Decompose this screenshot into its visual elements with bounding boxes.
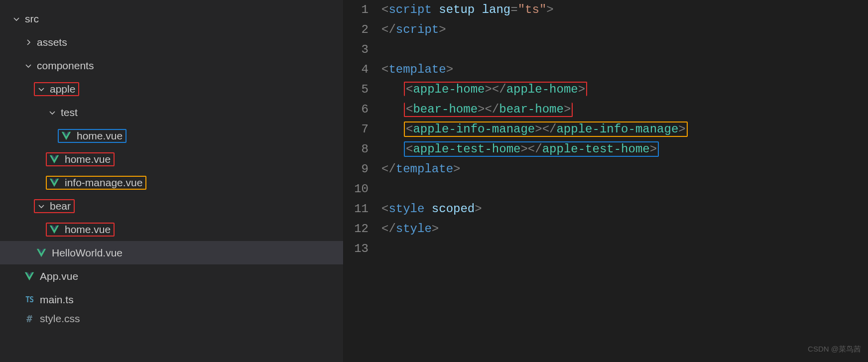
highlight-red: <apple-home></apple-home> [404,82,587,96]
tree-item-label: home.vue [65,224,111,236]
code-line-11: 11<style scoped> [344,199,868,219]
line-number: 3 [344,40,381,60]
folder-src[interactable]: src [0,7,343,30]
tree-item-label: HelloWorld.vue [52,247,123,259]
highlight-blue: <apple-test-home></apple-test-home> [404,141,659,157]
folder-assets[interactable]: assets [0,30,343,54]
vue-icon [24,271,35,282]
watermark: CSDN @菜鸟茜 [808,339,861,359]
tree-item-label: src [25,13,39,25]
code-line-4: 4<template> [344,60,868,80]
vue-icon [61,130,72,141]
tree-item-label: bear [50,200,71,212]
chevron-right-icon[interactable] [24,38,33,47]
line-number: 11 [344,199,381,219]
file-home-vue[interactable]: home.vue [0,218,343,241]
chevron-down-icon[interactable] [12,14,21,23]
file-explorer[interactable]: srcassetscomponentsappletesthome.vuehome… [0,0,344,362]
file-info-manage-vue[interactable]: info-manage.vue [0,171,343,194]
vue-icon [49,177,60,188]
chevron-down-icon[interactable] [48,108,57,117]
chevron-down-icon[interactable] [37,202,46,211]
file-App-vue[interactable]: App.vue [0,264,343,288]
line-number: 13 [344,239,381,259]
file-main-ts[interactable]: TSmain.ts [0,288,343,311]
highlight-red: <bear-home></bear-home> [404,103,573,117]
tree-item-label: info-manage.vue [65,177,142,189]
code-line-1: 1<script setup lang="ts"> [344,0,868,20]
code-line-10: 10 [344,179,868,199]
line-number: 2 [344,20,381,40]
tree-item-label: App.vue [40,270,78,282]
folder-apple[interactable]: apple [0,77,343,101]
vue-icon [36,247,47,258]
code-line-5: 5<apple-home></apple-home> [344,80,868,100]
line-number: 6 [344,100,381,120]
folder-bear[interactable]: bear [0,194,343,218]
vue-icon [49,154,60,165]
hash-icon: # [24,313,35,324]
line-number: 7 [344,120,381,139]
line-number: 1 [344,0,381,20]
line-number: 4 [344,60,381,80]
code-line-12: 12</style> [344,219,868,239]
tree-item-label: home.vue [65,153,111,165]
code-line-8: 8<apple-test-home></apple-test-home> [344,139,868,159]
file-style-css[interactable]: #style.css [0,311,343,326]
tree-item-label: components [37,60,94,72]
folder-components[interactable]: components [0,54,343,77]
folder-test[interactable]: test [0,101,343,124]
tree-item-label: test [61,107,78,119]
highlight-yellow: <apple-info-manage></apple-info-manage> [404,121,688,137]
line-number: 5 [344,80,381,100]
file-HelloWorld-vue[interactable]: HelloWorld.vue [0,241,343,264]
code-line-6: 6<bear-home></bear-home> [344,100,868,120]
tree-item-label: main.ts [40,294,74,306]
line-number: 9 [344,159,381,179]
chevron-down-icon[interactable] [24,61,33,70]
tree-item-label: apple [50,83,75,95]
code-line-9: 9</template> [344,159,868,179]
line-number: 10 [344,179,381,199]
file-home-vue[interactable]: home.vue [0,147,343,171]
line-number: 8 [344,139,381,159]
tree-item-label: style.css [40,313,80,325]
line-number: 12 [344,219,381,239]
ts-icon: TS [24,294,35,305]
tree-item-label: assets [37,36,67,48]
code-line-2: 2</script> [344,20,868,40]
vue-icon [49,224,60,235]
code-line-7: 7<apple-info-manage></apple-info-manage> [344,120,868,139]
code-editor[interactable]: 1<script setup lang="ts">2</script>34<te… [344,0,868,362]
code-line-3: 3 [344,40,868,60]
code-line-13: 13 [344,239,868,259]
file-home-vue[interactable]: home.vue [0,124,343,147]
code-area: 1<script setup lang="ts">2</script>34<te… [344,0,868,259]
chevron-down-icon[interactable] [37,85,46,94]
file-tree[interactable]: srcassetscomponentsappletesthome.vuehome… [0,7,343,326]
tree-item-label: home.vue [77,130,123,142]
